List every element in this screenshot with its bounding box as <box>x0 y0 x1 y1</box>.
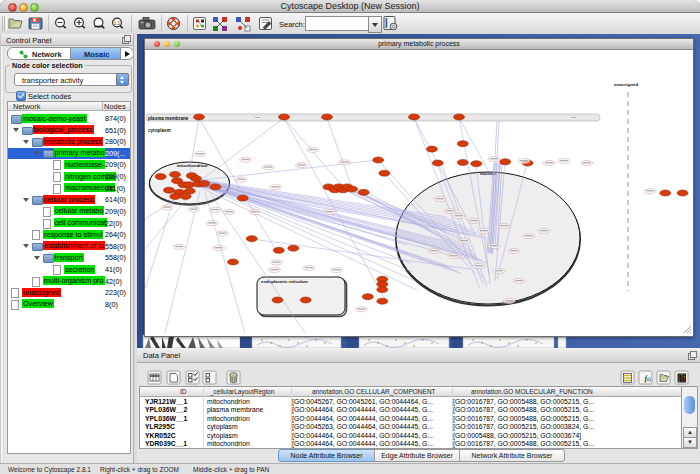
svg-text:(x): (x) <box>645 376 651 382</box>
svg-text:mitochondrion: mitochondrion <box>177 163 208 168</box>
svg-text:cytoplasm: cytoplasm <box>148 128 171 133</box>
svg-text:1:1: 1:1 <box>114 21 121 26</box>
svg-text:plasma membrane: plasma membrane <box>148 116 189 121</box>
svg-text:unassigned: unassigned <box>614 82 639 87</box>
svg-text:endoplasmic reticulum: endoplasmic reticulum <box>261 279 308 284</box>
